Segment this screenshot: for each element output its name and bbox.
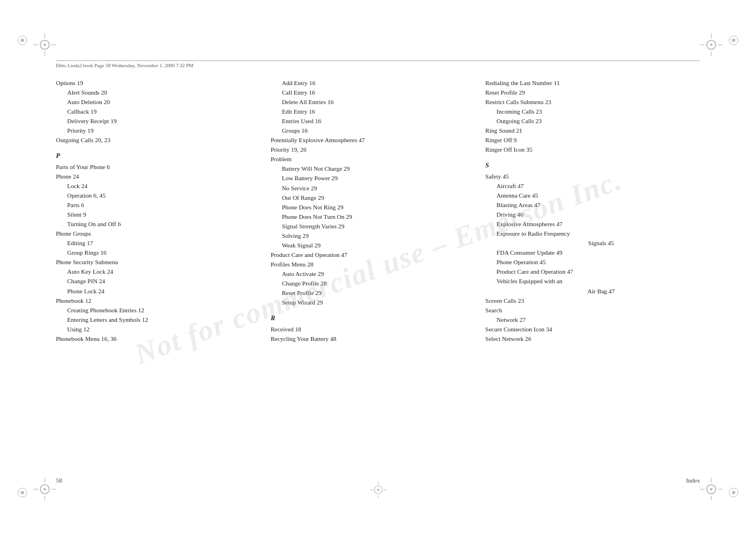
header-text: Ditto Linda2.book Page 58 Wednesday, Nov…: [56, 63, 194, 68]
list-item: Network 27: [485, 315, 689, 325]
list-item: Ringer Off Icon 35: [485, 145, 689, 154]
svg-point-37: [377, 489, 379, 491]
outer-deco-tr: [728, 35, 739, 47]
list-item: Parts 6: [56, 200, 260, 210]
list-item: Signal Strength Varies 29: [271, 222, 475, 231]
corner-decoration-bl: [34, 478, 56, 500]
list-item: Aircraft 47: [485, 181, 689, 191]
list-item: Screen Calls 23: [485, 296, 689, 306]
svg-point-11: [710, 44, 712, 46]
section-label: Index: [686, 477, 700, 484]
list-item: Reset Profile 29: [485, 88, 689, 97]
list-item: Safety 45: [485, 172, 689, 181]
list-item: Potentially Explosive Atmospheres 47: [271, 135, 475, 145]
list-item: Driving 46: [485, 210, 689, 219]
list-item: Explosive Atmospheres 47: [485, 219, 689, 229]
index-column-3: Redialing the Last Number 11Reset Profil…: [485, 78, 700, 472]
list-item: Setup Wizard 29: [271, 298, 475, 307]
list-item: Groups 16: [271, 126, 475, 135]
list-item: R: [271, 313, 475, 324]
list-item: Silent 9: [56, 210, 260, 219]
svg-point-31: [732, 491, 735, 494]
svg-point-5: [44, 44, 46, 46]
list-item: Ringer Off 9: [485, 135, 689, 145]
list-item: Blasting Areas 47: [485, 200, 689, 210]
list-item: Battery Will Not Charge 29: [271, 164, 475, 174]
list-item: Signals 45: [485, 238, 689, 248]
list-item: Problem: [271, 154, 475, 164]
list-item: Entering Letters and Symbols 12: [56, 315, 260, 325]
list-item: Product Care and Operation 47: [271, 250, 475, 260]
list-item: Vehicles Equipped with an: [485, 277, 689, 286]
list-item: Restrict Calls Submenu 23: [485, 97, 689, 107]
outer-deco-br: [728, 487, 739, 499]
list-item: Phone Does Not Ring 29: [271, 203, 475, 212]
header-bar: Ditto Linda2.book Page 58 Wednesday, Nov…: [56, 60, 700, 68]
list-item: Phone 24: [56, 172, 260, 181]
list-item: Editing 17: [56, 238, 260, 248]
list-item: Profiles Menu 28: [271, 260, 475, 269]
list-item: Select Network 26: [485, 334, 689, 344]
list-item: Phone Groups: [56, 229, 260, 238]
list-item: Outgoing Calls 23: [485, 116, 689, 126]
list-item: Auto Key Lock 24: [56, 267, 260, 277]
svg-point-23: [710, 488, 712, 490]
list-item: Change PIN 24: [56, 277, 260, 286]
list-item: Using 12: [56, 325, 260, 334]
list-item: Group Rings 16: [56, 248, 260, 257]
list-item: Incoming Calls 23: [485, 107, 689, 116]
outer-deco-bl: [17, 487, 28, 499]
svg-point-17: [44, 488, 46, 490]
index-column-2: Add Entry 16Call Entry 16Delete All Entr…: [271, 78, 486, 472]
list-item: Search: [485, 306, 689, 315]
list-item: Call Entry 16: [271, 88, 475, 97]
list-item: Product Care and Operation 47: [485, 267, 689, 277]
list-item: Phone Operation 45: [485, 257, 689, 267]
list-item: Received 18: [271, 325, 475, 334]
list-item: Priority 19, 26: [271, 145, 475, 154]
list-item: P: [56, 151, 260, 161]
list-item: Low Battery Power 29: [271, 174, 475, 183]
list-item: FDA Consumer Update 49: [485, 248, 689, 257]
list-item: Options 19: [56, 78, 260, 88]
list-item: Entries Used 16: [271, 116, 475, 126]
corner-decoration-tl: [34, 34, 56, 56]
list-item: Phone Does Not Turn On 29: [271, 212, 475, 222]
list-item: Priority 19: [56, 126, 260, 135]
list-item: Recycling Your Battery 48: [271, 334, 475, 344]
list-item: Delivery Receipt 19: [56, 116, 260, 126]
list-item: Turning On and Off 6: [56, 219, 260, 229]
list-item: Add Entry 16: [271, 78, 475, 88]
svg-point-29: [21, 491, 24, 494]
page-number: 58: [56, 477, 62, 484]
list-item: Lock 24: [56, 181, 260, 191]
list-item: Phonebook Menu 16, 36: [56, 334, 260, 344]
list-item: Auto Deletion 20: [56, 97, 260, 107]
bottom-center-deco: [370, 481, 387, 499]
corner-decoration-tr: [700, 34, 722, 56]
list-item: Solving 29: [271, 231, 475, 241]
list-item: Operation 6, 45: [56, 191, 260, 200]
svg-point-25: [21, 39, 24, 42]
list-item: Parts of Your Phone 6: [56, 162, 260, 172]
list-item: Ring Sound 21: [485, 126, 689, 135]
list-item: S: [485, 160, 689, 171]
list-item: Exposure to Radio Frequency: [485, 229, 689, 238]
list-item: Phonebook 12: [56, 296, 260, 306]
svg-point-27: [732, 39, 735, 42]
list-item: No Service 29: [271, 184, 475, 193]
list-item: Alert Sounds 20: [56, 88, 260, 97]
list-item: Outgoing Calls 20, 23: [56, 135, 260, 145]
list-item: Creating Phonebook Entries 12: [56, 306, 260, 315]
list-item: Phone Security Submenu: [56, 257, 260, 267]
list-item: Reset Profile 29: [271, 288, 475, 298]
index-column-1: Options 19Alert Sounds 20Auto Deletion 2…: [56, 78, 271, 472]
list-item: Edit Entry 16: [271, 107, 475, 116]
list-item: Weak Signal 29: [271, 241, 475, 250]
list-item: Callback 19: [56, 107, 260, 116]
list-item: Change Profile 28: [271, 279, 475, 288]
corner-decoration-br: [700, 478, 722, 500]
main-content: Options 19Alert Sounds 20Auto Deletion 2…: [56, 78, 700, 472]
list-item: Redialing the Last Number 11: [485, 78, 689, 88]
footer: 58 Index: [56, 477, 700, 484]
